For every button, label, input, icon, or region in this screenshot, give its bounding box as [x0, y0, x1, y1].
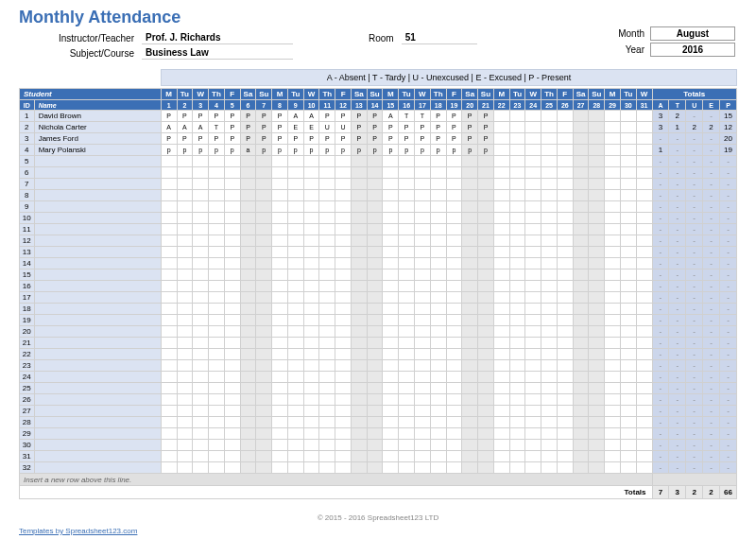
attendance-cell[interactable] [462, 428, 478, 440]
attendance-cell[interactable]: P [446, 133, 462, 145]
attendance-cell[interactable] [335, 224, 352, 235]
attendance-cell[interactable] [335, 235, 352, 247]
attendance-cell[interactable] [636, 111, 652, 122]
attendance-cell[interactable] [620, 167, 636, 179]
attendance-cell[interactable] [272, 247, 288, 258]
attendance-cell[interactable]: p [367, 145, 383, 156]
attendance-cell[interactable] [573, 235, 589, 247]
attendance-cell[interactable] [557, 247, 573, 258]
attendance-cell[interactable] [557, 156, 573, 167]
attendance-cell[interactable] [446, 326, 462, 338]
attendance-cell[interactable] [209, 349, 225, 360]
attendance-cell[interactable] [415, 315, 431, 326]
attendance-cell[interactable]: P [399, 122, 415, 133]
attendance-cell[interactable] [430, 224, 446, 235]
attendance-cell[interactable]: P [367, 111, 383, 122]
attendance-cell[interactable] [193, 270, 209, 281]
attendance-cell[interactable] [541, 417, 558, 428]
template-link[interactable]: Templates by Spreadsheet123.com [19, 527, 137, 535]
attendance-cell[interactable] [605, 383, 621, 394]
attendance-cell[interactable] [335, 270, 352, 281]
student-id[interactable]: 7 [20, 179, 35, 190]
attendance-cell[interactable] [209, 451, 225, 462]
attendance-cell[interactable] [399, 201, 415, 213]
attendance-cell[interactable]: A [161, 122, 177, 133]
attendance-cell[interactable] [287, 440, 303, 451]
attendance-cell[interactable] [605, 349, 621, 360]
attendance-cell[interactable] [478, 326, 494, 338]
attendance-cell[interactable] [541, 156, 558, 167]
attendance-cell[interactable] [509, 417, 525, 428]
attendance-cell[interactable] [287, 451, 303, 462]
attendance-cell[interactable] [209, 167, 225, 179]
student-name[interactable] [34, 428, 161, 440]
attendance-cell[interactable]: P [256, 133, 272, 145]
attendance-cell[interactable]: A [193, 122, 209, 133]
attendance-cell[interactable] [446, 270, 462, 281]
attendance-cell[interactable] [620, 451, 636, 462]
attendance-cell[interactable] [383, 224, 399, 235]
attendance-cell[interactable] [383, 167, 399, 179]
student-id[interactable]: 13 [20, 247, 35, 258]
attendance-cell[interactable] [319, 224, 335, 235]
attendance-cell[interactable] [367, 292, 383, 304]
attendance-cell[interactable] [430, 190, 446, 201]
student-name[interactable] [34, 179, 161, 190]
attendance-cell[interactable] [589, 349, 605, 360]
student-id[interactable]: 32 [20, 462, 35, 474]
attendance-cell[interactable] [161, 247, 177, 258]
attendance-cell[interactable] [478, 179, 494, 190]
attendance-cell[interactable] [399, 349, 415, 360]
attendance-cell[interactable] [462, 349, 478, 360]
attendance-cell[interactable]: P [287, 133, 303, 145]
attendance-cell[interactable] [319, 428, 335, 440]
attendance-cell[interactable] [319, 383, 335, 394]
attendance-cell[interactable] [605, 190, 621, 201]
attendance-cell[interactable] [161, 326, 177, 338]
attendance-cell[interactable] [335, 179, 352, 190]
attendance-cell[interactable] [525, 292, 541, 304]
attendance-cell[interactable] [256, 190, 272, 201]
attendance-cell[interactable] [240, 394, 256, 406]
attendance-cell[interactable] [177, 304, 193, 315]
attendance-cell[interactable] [193, 292, 209, 304]
attendance-cell[interactable] [415, 281, 431, 292]
attendance-cell[interactable]: p [256, 145, 272, 156]
student-name[interactable] [34, 247, 161, 258]
attendance-cell[interactable] [430, 156, 446, 167]
attendance-cell[interactable] [351, 326, 367, 338]
attendance-cell[interactable] [605, 224, 621, 235]
attendance-cell[interactable] [509, 224, 525, 235]
attendance-cell[interactable] [383, 338, 399, 349]
attendance-cell[interactable] [319, 247, 335, 258]
attendance-cell[interactable] [541, 281, 558, 292]
attendance-cell[interactable] [240, 462, 256, 474]
attendance-cell[interactable] [303, 270, 319, 281]
attendance-cell[interactable] [383, 360, 399, 372]
attendance-cell[interactable] [509, 360, 525, 372]
attendance-cell[interactable] [335, 281, 352, 292]
attendance-cell[interactable] [351, 247, 367, 258]
attendance-cell[interactable] [525, 451, 541, 462]
attendance-cell[interactable] [193, 167, 209, 179]
attendance-cell[interactable] [161, 428, 177, 440]
attendance-cell[interactable] [209, 406, 225, 417]
attendance-cell[interactable] [478, 156, 494, 167]
attendance-cell[interactable] [303, 315, 319, 326]
attendance-cell[interactable] [478, 406, 494, 417]
attendance-cell[interactable] [493, 156, 509, 167]
attendance-cell[interactable] [462, 315, 478, 326]
attendance-cell[interactable] [589, 179, 605, 190]
attendance-cell[interactable] [399, 417, 415, 428]
attendance-cell[interactable] [193, 326, 209, 338]
attendance-cell[interactable] [193, 451, 209, 462]
attendance-cell[interactable]: p [383, 145, 399, 156]
attendance-cell[interactable] [446, 304, 462, 315]
attendance-cell[interactable] [557, 394, 573, 406]
attendance-cell[interactable] [287, 360, 303, 372]
attendance-cell[interactable] [525, 304, 541, 315]
attendance-cell[interactable] [430, 372, 446, 383]
attendance-cell[interactable] [240, 179, 256, 190]
attendance-cell[interactable] [272, 451, 288, 462]
attendance-cell[interactable]: P [209, 133, 225, 145]
